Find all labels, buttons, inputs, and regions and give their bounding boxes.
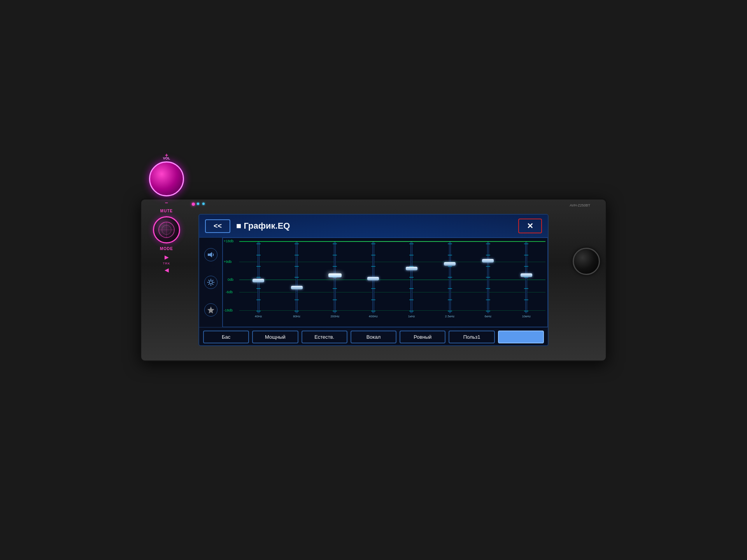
eq-band-200hz: 200Hz xyxy=(316,241,354,318)
car-unit: AVH-Z250BT + VOL – MUTE MODE ▶ TRK ◀ xyxy=(140,198,607,362)
preset-flat[interactable]: Ровный xyxy=(400,331,445,343)
preset-natural[interactable]: Естеств. xyxy=(302,331,347,343)
grid-label-0: 0db xyxy=(228,278,233,282)
eq-band-1khz: 1кHz xyxy=(393,241,431,318)
tick xyxy=(295,266,299,267)
tick xyxy=(256,266,261,267)
band-freq-40hz: 40Hz xyxy=(255,315,262,318)
close-button[interactable]: ✕ xyxy=(518,219,542,233)
tick xyxy=(486,243,490,244)
eq-band-25khz: 2.5кHz xyxy=(431,241,469,318)
favorites-icon[interactable] xyxy=(204,303,217,317)
tick xyxy=(371,299,375,300)
band-track-1khz xyxy=(410,242,412,313)
grid-label-neg18: -18db xyxy=(224,308,233,312)
main-screen: << ■ График.EQ ✕ xyxy=(198,214,549,346)
tick xyxy=(524,277,528,278)
band-handle-200hz[interactable] xyxy=(328,273,342,277)
tick xyxy=(448,288,452,289)
grid-label-18: +18db xyxy=(224,239,233,243)
trk-label: TRK xyxy=(163,262,170,265)
tick xyxy=(256,288,261,289)
band-track-6khz xyxy=(487,242,489,313)
tick xyxy=(409,311,414,312)
eq-bands-container: 40Hz xyxy=(239,241,545,318)
tick xyxy=(333,311,337,312)
tick xyxy=(371,266,375,267)
tick xyxy=(295,311,299,312)
band-freq-200hz: 200Hz xyxy=(330,315,339,318)
right-knob[interactable] xyxy=(573,248,600,275)
vol-label: VOL xyxy=(163,156,170,160)
tick xyxy=(333,255,337,256)
preset-buttons: Бас Мощный Естеств. Вокал Ровный Польз1 xyxy=(199,327,548,346)
vol-minus-icon: – xyxy=(165,200,168,206)
band-freq-25khz: 2.5кHz xyxy=(445,315,454,318)
back-button[interactable]: << xyxy=(205,219,230,233)
eq-container: +18db +9db 0db -6db -18db xyxy=(199,238,548,327)
mode-knob[interactable] xyxy=(153,216,180,243)
eq-band-400hz: 400Hz xyxy=(354,241,392,318)
tick xyxy=(371,243,375,244)
track-back-icon[interactable]: ◀ xyxy=(165,267,169,273)
grid-label-9: +9db xyxy=(224,260,231,264)
tick xyxy=(409,243,414,244)
band-freq-80hz: 80Hz xyxy=(293,315,300,318)
tick xyxy=(524,266,528,267)
eq-sidebar xyxy=(199,238,223,327)
vol-knob[interactable]: VOL xyxy=(149,161,184,196)
band-handle-1khz[interactable] xyxy=(406,267,417,270)
band-track-400hz xyxy=(372,242,374,313)
tick xyxy=(409,299,414,300)
tick xyxy=(524,255,528,256)
tick xyxy=(256,299,261,300)
tick xyxy=(448,266,452,267)
tick xyxy=(409,277,414,278)
tick xyxy=(295,299,299,300)
mode-label: MODE xyxy=(160,247,173,251)
tick xyxy=(486,311,490,312)
band-handle-25khz[interactable] xyxy=(444,262,456,266)
tick xyxy=(448,311,452,312)
eq-band-40hz: 40Hz xyxy=(239,241,277,318)
eq-band-10khz: 10кHz xyxy=(507,241,545,318)
tick xyxy=(524,243,528,244)
band-handle-6khz[interactable] xyxy=(482,259,494,262)
top-lights xyxy=(192,203,205,206)
band-handle-10khz[interactable] xyxy=(521,273,532,277)
track-forward-icon[interactable]: ▶ xyxy=(165,254,169,260)
band-handle-400hz[interactable] xyxy=(367,277,379,280)
svg-marker-4 xyxy=(208,252,212,257)
tick xyxy=(448,255,452,256)
tick xyxy=(371,288,375,289)
tick xyxy=(524,299,528,300)
tick xyxy=(486,288,490,289)
tick xyxy=(486,255,490,256)
speaker-icon[interactable] xyxy=(204,248,217,261)
grid-label-neg6: -6db xyxy=(226,290,233,294)
preset-user1[interactable]: Польз1 xyxy=(449,331,494,343)
tick xyxy=(333,243,337,244)
track-controls: ▶ TRK ◀ xyxy=(163,254,170,273)
preset-user2[interactable] xyxy=(498,331,544,343)
preset-vocal[interactable]: Вокал xyxy=(351,331,396,343)
preset-powerful[interactable]: Мощный xyxy=(252,331,298,343)
tick xyxy=(409,266,414,267)
tick xyxy=(409,255,414,256)
tick xyxy=(333,277,337,278)
preset-bass[interactable]: Бас xyxy=(203,331,249,343)
band-handle-40hz[interactable] xyxy=(253,279,264,282)
band-handle-80hz[interactable] xyxy=(291,286,303,289)
tick xyxy=(448,277,452,278)
band-freq-1khz: 1кHz xyxy=(408,315,415,318)
model-number: AVH-Z250BT xyxy=(570,203,590,207)
settings-icon[interactable] xyxy=(204,276,217,289)
band-track-10khz xyxy=(525,242,527,313)
tick xyxy=(295,255,299,256)
tick xyxy=(295,277,299,278)
svg-point-5 xyxy=(209,281,212,284)
band-track-40hz xyxy=(258,242,260,313)
tick xyxy=(486,277,490,278)
tick xyxy=(371,311,375,312)
tick xyxy=(524,288,528,289)
